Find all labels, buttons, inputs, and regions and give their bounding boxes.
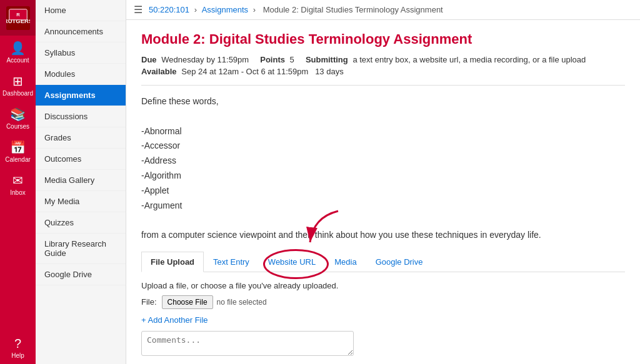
sidebar-item-media-gallery[interactable]: Media Gallery [36,170,126,191]
submission-section: File Upload Text Entry Website URL Media… [141,252,625,364]
hamburger-menu[interactable]: ☰ [134,4,142,16]
calendar-icon: 📅 [10,140,26,155]
content-area: Module 2: Digital Studies Terminology As… [126,20,640,364]
sidebar-item-modules[interactable]: Modules [36,64,126,85]
sidebar-item-announcements[interactable]: Announcements [36,21,126,42]
meta-due: Due Wednesday by 11:59pm Points 5 Submit… [141,55,625,64]
file-upload-panel: Upload a file, or choose a file you've a… [141,281,625,364]
sidebar-item-grades[interactable]: Grades [36,127,126,149]
courses-icon: 📚 [10,107,26,122]
sidebar-item-library-research[interactable]: Library Research Guide [36,234,126,264]
divider [141,85,625,86]
tab-media[interactable]: Media [325,252,366,272]
left-rail: RUTGERS R 👤 Account ⊞ Dashboard 📚 Course… [0,0,36,364]
sidebar-item-syllabus[interactable]: Syllabus [36,42,126,64]
sidebar-item-my-media[interactable]: My Media [36,191,126,212]
help-icon: ? [14,337,21,351]
tab-text-entry[interactable]: Text Entry [204,252,259,272]
tab-bar: File Upload Text Entry Website URL Media… [141,252,625,272]
sidebar-item-outcomes[interactable]: Outcomes [36,149,126,170]
tab-google-drive[interactable]: Google Drive [366,252,432,272]
rutgers-logo: RUTGERS R [0,0,36,36]
rail-item-calendar[interactable]: 📅 Calendar [0,135,36,168]
tab-file-upload[interactable]: File Upload [141,252,204,272]
rail-label-calendar: Calendar [5,156,31,163]
comments-textarea[interactable] [141,331,354,356]
breadcrumb: 50:220:101 › Assignments › Module 2: Dig… [149,5,446,14]
account-icon: 👤 [10,41,26,56]
file-row: File: Choose File no file selected [141,295,625,309]
svg-text:R: R [16,12,20,17]
main-content: ☰ 50:220:101 › Assignments › Module 2: D… [126,0,640,364]
file-label: File: [141,297,157,307]
tab-website-url[interactable]: Website URL [259,252,325,272]
breadcrumb-current: Module 2: Digital Studies Terminology As… [263,5,443,14]
sidebar-item-google-drive[interactable]: Google Drive [36,264,126,285]
rail-label-dashboard: Dashboard [2,90,33,97]
breadcrumb-course[interactable]: 50:220:101 [149,5,189,14]
rail-label-account: Account [6,57,29,64]
rail-label-courses: Courses [6,123,29,130]
sidebar: Home Announcements Syllabus Modules Assi… [36,0,126,364]
rail-item-dashboard[interactable]: ⊞ Dashboard [0,69,36,102]
rail-item-inbox[interactable]: ✉ Inbox [0,168,36,201]
rail-item-account[interactable]: 👤 Account [0,36,36,69]
rail-item-courses[interactable]: 📚 Courses [0,102,36,135]
dashboard-icon: ⊞ [12,74,23,89]
sidebar-item-discussions[interactable]: Discussions [36,106,126,127]
upload-hint: Upload a file, or choose a file you've a… [141,281,625,290]
sidebar-item-home[interactable]: Home [36,0,126,21]
rail-label-help: Help [11,352,24,359]
choose-file-button[interactable]: Choose File [162,295,213,309]
breadcrumb-assignments[interactable]: Assignments [202,5,248,14]
sidebar-item-assignments[interactable]: Assignments [36,85,126,106]
add-another-file-link[interactable]: + Add Another File [141,315,208,325]
no-file-text: no file selected [217,298,267,307]
assignment-instructions: Define these words, -Abnormal -Accessor … [141,94,625,243]
inbox-icon: ✉ [12,173,23,188]
assignment-title: Module 2: Digital Studies Terminology As… [141,31,625,47]
sidebar-item-quizzes[interactable]: Quizzes [36,212,126,234]
rail-item-help[interactable]: ? Help [0,332,36,364]
meta-available: Available Sep 24 at 12am - Oct 6 at 11:5… [141,67,625,76]
topbar: ☰ 50:220:101 › Assignments › Module 2: D… [126,0,640,20]
rail-label-inbox: Inbox [10,189,25,196]
